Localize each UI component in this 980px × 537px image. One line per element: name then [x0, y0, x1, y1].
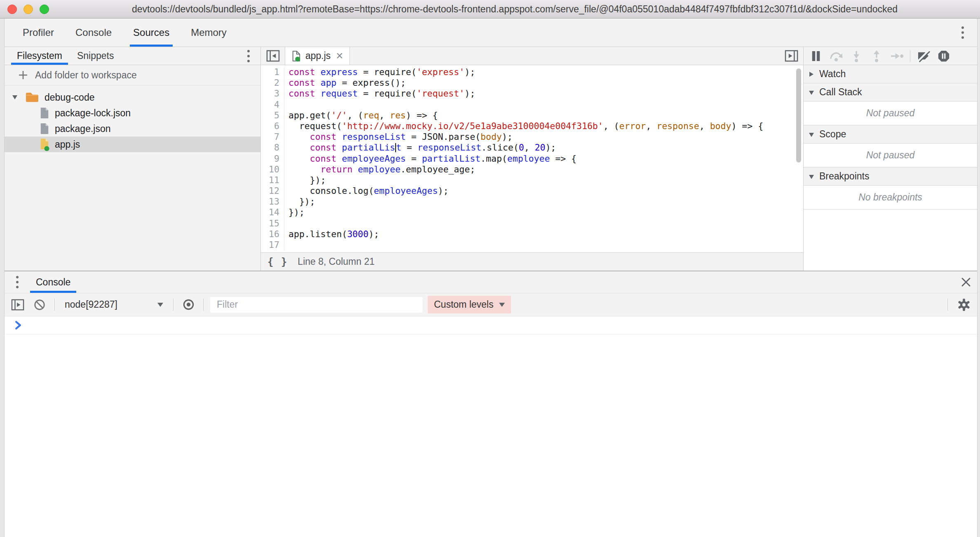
pause-on-exceptions-icon[interactable]: [935, 49, 952, 64]
code-editor[interactable]: 1const express = require('express');2con…: [261, 65, 803, 252]
section-header-call-stack[interactable]: Call Stack: [804, 83, 977, 101]
plus-icon: [18, 70, 28, 80]
tab-memory[interactable]: Memory: [191, 19, 227, 47]
navigator-tabbar: FilesystemSnippets: [5, 47, 260, 65]
add-folder-button[interactable]: Add folder to workspace: [5, 65, 260, 85]
code-line[interactable]: const express = require('express');: [284, 67, 475, 78]
section-header-scope[interactable]: Scope: [804, 125, 977, 144]
toggle-debugger-sidebar-icon[interactable]: [779, 47, 803, 65]
code-line[interactable]: return employee.employee_age;: [284, 164, 475, 175]
pretty-print-icon[interactable]: { }: [267, 256, 288, 268]
section-label: Scope: [819, 129, 846, 140]
tree-item-package-lock-json[interactable]: package-lock.json: [5, 105, 260, 121]
line-number[interactable]: 2: [261, 78, 284, 88]
step-out-icon[interactable]: [868, 49, 885, 64]
cursor-position-label: Line 8, Column 21: [298, 256, 375, 267]
line-number[interactable]: 6: [261, 121, 284, 132]
line-number[interactable]: 12: [261, 186, 284, 196]
minimize-window-icon[interactable]: [23, 5, 33, 14]
tree-item-label: app.js: [55, 139, 80, 150]
macos-titlebar: devtools://devtools/bundled/js_app.html?…: [0, 0, 980, 19]
tree-item-package-json[interactable]: package.json: [5, 121, 260, 137]
main-menu-kebab-icon[interactable]: [956, 19, 970, 47]
tab-profiler[interactable]: Profiler: [23, 19, 54, 47]
code-line[interactable]: console.log(employeeAges);: [284, 186, 448, 196]
editor-tab-appjs[interactable]: app.js ×: [285, 47, 350, 65]
line-number[interactable]: 4: [261, 99, 284, 110]
code-line[interactable]: app.listen(3000);: [284, 229, 379, 240]
console-settings-gear-icon[interactable]: [956, 297, 972, 312]
code-line[interactable]: const employeeAges = partialList.map(emp…: [284, 153, 577, 164]
step-icon[interactable]: [889, 49, 905, 64]
tab-sources[interactable]: Sources: [133, 19, 169, 47]
toolbar-separator: [173, 299, 173, 311]
line-number[interactable]: 14: [261, 207, 284, 218]
navigator-menu-kebab-icon[interactable]: [241, 47, 256, 65]
code-line[interactable]: });: [284, 175, 326, 186]
code-line-row: 14});: [261, 207, 803, 218]
close-tab-icon[interactable]: ×: [336, 50, 343, 62]
code-line[interactable]: const request = require('request');: [284, 88, 475, 99]
clear-console-icon[interactable]: [31, 297, 48, 312]
deactivate-breakpoints-icon[interactable]: [915, 49, 932, 64]
line-number[interactable]: 10: [261, 164, 284, 175]
tree-item-app-js[interactable]: app.js: [5, 137, 260, 152]
code-line[interactable]: });: [284, 196, 315, 207]
line-number[interactable]: 11: [261, 175, 284, 186]
code-line[interactable]: const responseList = JSON.parse(body);: [284, 132, 513, 142]
execution-context-select[interactable]: node[92287]: [61, 299, 166, 310]
folder-icon: [25, 92, 39, 103]
tree-item-debug-code[interactable]: debug-code: [5, 90, 260, 105]
code-line[interactable]: [284, 218, 288, 229]
line-number[interactable]: 15: [261, 218, 284, 229]
line-number[interactable]: 16: [261, 229, 284, 240]
close-window-icon[interactable]: [7, 5, 17, 14]
toggle-navigator-icon[interactable]: [261, 47, 285, 65]
close-drawer-icon[interactable]: [961, 277, 971, 287]
line-number[interactable]: 9: [261, 153, 284, 164]
live-expression-eye-icon[interactable]: [180, 297, 197, 312]
line-number[interactable]: 3: [261, 88, 284, 99]
line-number[interactable]: 13: [261, 196, 284, 207]
editor-scrollbar[interactable]: [796, 68, 801, 163]
line-number[interactable]: 8: [261, 142, 284, 153]
code-line[interactable]: const partialList = responseList.slice(0…: [284, 142, 556, 153]
section-header-breakpoints[interactable]: Breakpoints: [804, 167, 977, 186]
zoom-window-icon[interactable]: [40, 5, 49, 14]
navigator-tab-snippets[interactable]: Snippets: [77, 47, 114, 65]
pause-script-icon[interactable]: [808, 49, 824, 64]
log-levels-label: Custom levels: [434, 299, 493, 310]
show-console-sidebar-icon[interactable]: [9, 297, 26, 312]
console-messages[interactable]: [5, 316, 977, 537]
chevron-down-icon: [499, 303, 505, 307]
code-line[interactable]: [284, 240, 288, 250]
console-filter-input[interactable]: [210, 297, 422, 313]
section-label: Breakpoints: [819, 171, 869, 182]
line-number[interactable]: 1: [261, 67, 284, 78]
line-number[interactable]: 5: [261, 110, 284, 121]
file-tree: debug-codepackage-lock.jsonpackage.jsona…: [5, 85, 260, 152]
code-line[interactable]: app.get('/', (req, res) => {: [284, 110, 438, 121]
code-line[interactable]: const app = express();: [284, 78, 406, 88]
line-number[interactable]: 17: [261, 240, 284, 250]
code-line-row: 8 const partialList = responseList.slice…: [261, 142, 803, 153]
step-into-icon[interactable]: [848, 49, 865, 64]
code-line-row: 9 const employeeAges = partialList.map(e…: [261, 153, 803, 164]
editor-pane: app.js × 1const express = require('expre…: [261, 47, 804, 271]
section-header-watch[interactable]: Watch: [804, 65, 977, 83]
drawer-menu-kebab-icon[interactable]: [10, 274, 24, 290]
code-line-row: 11 });: [261, 175, 803, 186]
section-label: Call Stack: [819, 87, 862, 98]
step-over-icon[interactable]: [828, 49, 844, 64]
tab-console[interactable]: Console: [75, 19, 112, 47]
navigator-tab-filesystem[interactable]: Filesystem: [17, 47, 62, 65]
code-line[interactable]: [284, 99, 288, 110]
line-number[interactable]: 7: [261, 132, 284, 142]
drawer-tab-console[interactable]: Console: [36, 271, 70, 293]
code-line[interactable]: });: [284, 207, 305, 218]
code-line[interactable]: request('http://www.mocky.io/v2/5e1a9abe…: [284, 121, 763, 132]
disclosure-triangle-icon[interactable]: [13, 95, 25, 100]
log-levels-select[interactable]: Custom levels: [428, 296, 511, 313]
traffic-lights: [7, 0, 49, 18]
console-prompt[interactable]: [5, 316, 977, 334]
